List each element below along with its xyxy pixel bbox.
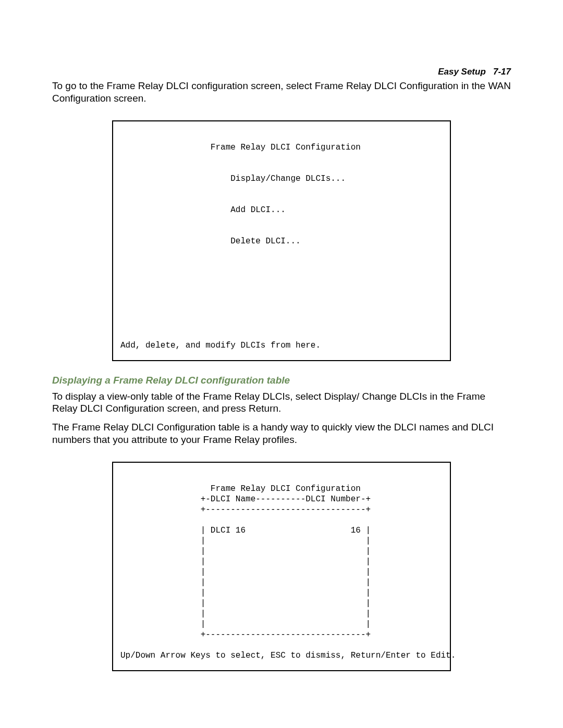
terminal-screen-2: Frame Relay DLCI Configuration +-DLCI Na… xyxy=(112,462,451,671)
table-row: | | xyxy=(120,588,371,598)
screen1-title: Frame Relay DLCI Configuration xyxy=(120,143,361,152)
screen2-title: Frame Relay DLCI Configuration xyxy=(120,484,361,493)
screen1-footer: Add, delete, and modify DLCIs from here. xyxy=(120,341,321,350)
screen2-header-row: +-DLCI Name----------DLCI Number-+ xyxy=(120,495,371,504)
menu-display-change[interactable]: Display/Change DLCIs... xyxy=(120,174,346,183)
table-row: | | xyxy=(120,578,371,587)
header-page: 7-17 xyxy=(493,67,511,77)
intro-paragraph: To go to the Frame Relay DLCI configurat… xyxy=(52,80,511,105)
table-row: | | xyxy=(120,557,371,566)
screen2-top-border: +--------------------------------+ xyxy=(120,505,371,514)
table-row: | | xyxy=(120,567,371,577)
paragraph-3: The Frame Relay DLCI Configuration table… xyxy=(52,421,511,446)
table-row: | | xyxy=(120,609,371,619)
terminal-screen-1: Frame Relay DLCI Configuration Display/C… xyxy=(112,120,451,361)
subheading: Displaying a Frame Relay DLCI configurat… xyxy=(52,375,511,386)
table-row: | | xyxy=(120,599,371,608)
table-row[interactable]: | DLCI 16 16 | xyxy=(120,526,371,535)
table-row: | | xyxy=(120,536,371,546)
table-row: | | xyxy=(120,547,371,556)
menu-add-dlci[interactable]: Add DLCI... xyxy=(120,205,286,215)
table-row: | | xyxy=(120,620,371,629)
header-section: Easy Setup xyxy=(438,67,486,77)
page: Easy Setup 7-17 To go to the Frame Relay… xyxy=(0,0,563,728)
page-header: Easy Setup 7-17 xyxy=(438,67,511,77)
screen2-bottom-border: +--------------------------------+ xyxy=(120,630,371,639)
screen2-footer: Up/Down Arrow Keys to select, ESC to dis… xyxy=(120,651,456,660)
menu-delete-dlci[interactable]: Delete DLCI... xyxy=(120,237,301,246)
paragraph-2: To display a view-only table of the Fram… xyxy=(52,390,511,415)
